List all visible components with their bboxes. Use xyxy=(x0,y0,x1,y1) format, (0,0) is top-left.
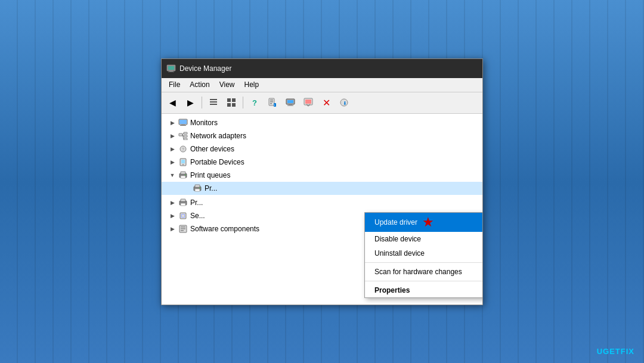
properties-button[interactable]: i xyxy=(264,95,281,110)
list-view-button[interactable] xyxy=(205,95,222,110)
svg-rect-8 xyxy=(232,98,236,102)
download-button[interactable]: ⬇ xyxy=(336,95,352,110)
device-manager-window: Device Manager File Action View Help ◀ ▶ xyxy=(161,58,483,305)
svg-rect-14 xyxy=(270,103,272,104)
svg-rect-19 xyxy=(289,104,292,106)
title-bar: Device Manager xyxy=(162,59,482,78)
toolbar-separator-2 xyxy=(243,97,243,108)
svg-rect-20 xyxy=(287,106,293,106)
ctx-uninstall-label: Uninstall device xyxy=(374,249,425,257)
expand-sensors: ▶ xyxy=(169,212,176,219)
expand-portable: ▶ xyxy=(169,159,176,166)
other-devices-icon: ? xyxy=(178,144,188,154)
ctx-scan-label: Scan for hardware changes xyxy=(374,268,462,276)
sensors-label: Se... xyxy=(190,212,205,220)
tree-item-print-sub1[interactable]: Pr... xyxy=(162,182,482,195)
svg-rect-1 xyxy=(168,66,174,70)
svg-rect-32 xyxy=(184,132,187,134)
svg-rect-58 xyxy=(181,227,185,228)
network-icon xyxy=(178,131,188,141)
printer-sub-icon xyxy=(193,184,202,193)
window-title: Device Manager xyxy=(179,64,231,73)
menu-file[interactable]: File xyxy=(164,79,185,90)
svg-text:?: ? xyxy=(182,147,184,151)
expand-pr2: ▶ xyxy=(169,199,176,206)
svg-rect-30 xyxy=(180,125,186,126)
expand-monitors: ▶ xyxy=(169,119,176,126)
menu-help[interactable]: Help xyxy=(240,79,264,90)
svg-rect-12 xyxy=(270,100,273,101)
software-label: Software components xyxy=(190,225,259,233)
watermark-prefix: UGET xyxy=(597,347,621,356)
tree-item-network[interactable]: ▶ Network adapters xyxy=(162,129,482,142)
tree-item-portable[interactable]: ▶ Portable Devices xyxy=(162,156,482,169)
svg-rect-49 xyxy=(195,189,200,191)
svg-text:i: i xyxy=(274,103,275,107)
watermark-highlight: FIX xyxy=(621,347,634,356)
watermark: UGETFIX xyxy=(597,347,634,356)
svg-rect-5 xyxy=(210,101,217,103)
expand-other: ▶ xyxy=(169,145,176,153)
toolbar-separator-1 xyxy=(202,97,202,108)
svg-rect-56 xyxy=(182,215,184,217)
remove-button[interactable]: ✕ xyxy=(318,95,335,110)
expand-software: ▶ xyxy=(169,225,176,232)
forward-button[interactable]: ▶ xyxy=(182,95,199,110)
svg-rect-10 xyxy=(232,103,236,107)
svg-rect-53 xyxy=(181,203,185,206)
svg-rect-7 xyxy=(227,98,231,102)
tree-item-print-queues[interactable]: ▼ Print queues xyxy=(162,169,482,182)
detail-view-button[interactable] xyxy=(223,95,240,110)
tree-content: ▶ Monitors ▶ xyxy=(162,114,482,305)
ctx-properties[interactable]: Properties xyxy=(365,283,482,297)
portable-icon xyxy=(178,157,188,167)
printer-icon xyxy=(178,170,188,180)
svg-rect-59 xyxy=(181,228,185,229)
ctx-disable-device[interactable]: Disable device xyxy=(365,232,482,246)
svg-rect-6 xyxy=(210,104,217,105)
svg-rect-34 xyxy=(184,138,187,140)
monitors-label: Monitors xyxy=(190,119,218,127)
help-button[interactable]: ? xyxy=(246,95,263,110)
ctx-update-label: Update driver xyxy=(374,218,417,227)
svg-rect-18 xyxy=(287,100,293,103)
svg-point-50 xyxy=(199,187,200,188)
menu-action[interactable]: Action xyxy=(185,79,214,90)
svg-rect-41 xyxy=(181,160,185,163)
software-icon xyxy=(178,224,188,234)
svg-rect-4 xyxy=(210,99,217,100)
expand-print: ▼ xyxy=(169,172,176,179)
svg-rect-3 xyxy=(168,72,174,72)
tree-item-monitors[interactable]: ▶ Monitors xyxy=(162,116,482,129)
print-sub-label: Pr... xyxy=(205,184,217,193)
update-button[interactable] xyxy=(300,95,317,110)
svg-point-42 xyxy=(182,164,184,165)
other-devices-label: Other devices xyxy=(190,145,234,153)
tree-item-pr2[interactable]: ▶ Pr... xyxy=(162,196,482,209)
window-icon xyxy=(166,64,176,73)
context-menu: Update driver ★ Disable device Uninstall… xyxy=(364,212,482,298)
tree-item-other-devices[interactable]: ▶ ? Other devices xyxy=(162,142,482,156)
menu-bar: File Action View Help xyxy=(162,78,482,92)
ctx-update-driver[interactable]: Update driver ★ xyxy=(365,213,482,232)
ctx-properties-label: Properties xyxy=(374,286,410,294)
svg-rect-13 xyxy=(270,101,273,103)
back-button[interactable]: ◀ xyxy=(164,95,181,110)
pr2-label: Pr... xyxy=(190,198,203,207)
display-button[interactable] xyxy=(282,95,299,110)
svg-rect-45 xyxy=(181,176,185,178)
toolbar: ◀ ▶ ? xyxy=(162,92,482,114)
expand-network: ▶ xyxy=(169,132,176,139)
ctx-separator-2 xyxy=(365,281,482,281)
network-label: Network adapters xyxy=(190,132,246,140)
svg-rect-33 xyxy=(184,135,187,137)
ctx-uninstall-device[interactable]: Uninstall device xyxy=(365,246,482,260)
svg-rect-29 xyxy=(181,125,185,125)
pr2-icon xyxy=(178,198,188,207)
svg-rect-28 xyxy=(179,120,187,124)
svg-rect-9 xyxy=(227,103,231,107)
monitor-icon xyxy=(178,118,188,128)
svg-text:⬇: ⬇ xyxy=(343,101,347,106)
menu-view[interactable]: View xyxy=(215,79,240,90)
ctx-scan-hardware[interactable]: Scan for hardware changes xyxy=(365,265,482,279)
